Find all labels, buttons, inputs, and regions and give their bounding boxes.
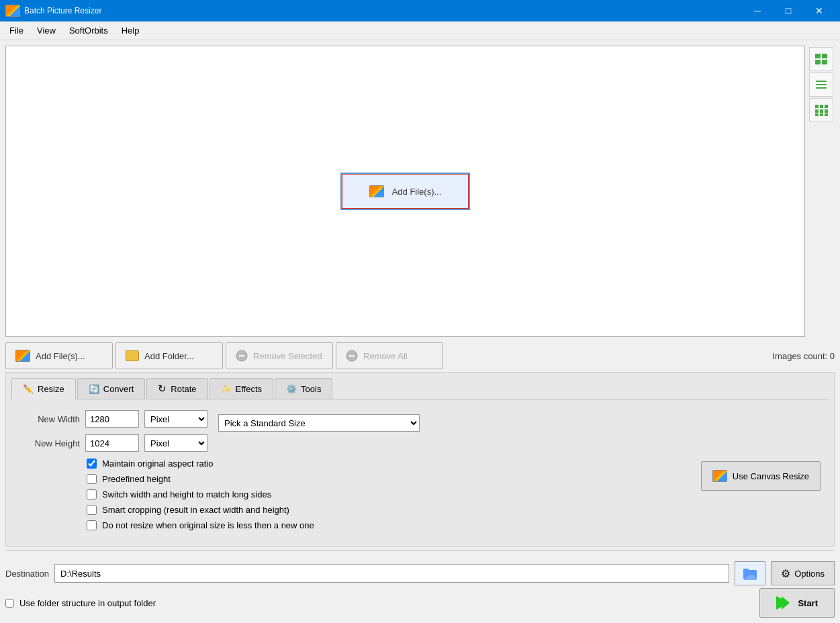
canvas-resize-container: Use Canvas Resize	[701, 459, 821, 491]
add-folder-icon	[126, 350, 139, 361]
destination-bar: Destination ⚙ Options	[5, 556, 835, 588]
no-resize-checkbox[interactable]	[87, 520, 97, 530]
start-button[interactable]: Start	[759, 588, 835, 618]
browse-folder-icon	[742, 565, 758, 581]
add-folder-button[interactable]: Add Folder...	[115, 342, 223, 369]
smart-crop-label: Smart cropping (result in exact width an…	[102, 505, 289, 515]
resize-form: New Width Pixel Percent Centimeter Inch …	[19, 410, 207, 459]
height-row: New Height Pixel Percent Centimeter Inch	[19, 434, 207, 452]
svg-rect-21	[743, 569, 749, 571]
predefined-height-label: Predefined height	[102, 474, 171, 484]
destination-label: Destination	[5, 569, 49, 579]
menu-view[interactable]: View	[30, 23, 62, 38]
remove-all-button[interactable]: Remove All	[336, 342, 443, 369]
view-grid-button[interactable]	[809, 98, 833, 122]
destination-input[interactable]	[54, 564, 729, 583]
app-title: Batch Picture Resizer	[24, 6, 101, 15]
svg-rect-10	[815, 109, 819, 113]
title-bar-left: Batch Picture Resizer	[5, 5, 101, 17]
close-button[interactable]: ✕	[804, 0, 835, 21]
remove-selected-label: Remove Selected	[253, 351, 322, 361]
svg-rect-13	[815, 113, 819, 116]
menu-file[interactable]: File	[3, 23, 30, 38]
maximize-button[interactable]: □	[773, 0, 804, 21]
svg-rect-14	[820, 113, 823, 116]
new-height-label: New Height	[19, 438, 80, 448]
menu-help[interactable]: Help	[115, 23, 146, 38]
switch-dimensions-checkbox[interactable]	[87, 489, 97, 499]
svg-rect-6	[816, 87, 827, 89]
canvas-resize-label: Use Canvas Resize	[733, 471, 809, 481]
options-button[interactable]: ⚙ Options	[771, 561, 835, 585]
svg-rect-0	[815, 54, 821, 58]
images-count-label: Images count:	[772, 351, 827, 361]
view-list-button[interactable]	[809, 73, 833, 97]
canvas-resize-button[interactable]: Use Canvas Resize	[701, 461, 821, 491]
height-unit-select[interactable]: Pixel Percent Centimeter Inch	[144, 434, 207, 452]
svg-marker-24	[782, 596, 790, 610]
add-files-button[interactable]: Add File(s)...	[5, 342, 113, 369]
folder-structure-label: Use folder structure in output folder	[19, 598, 156, 608]
remove-selected-icon	[236, 350, 248, 362]
switch-dimensions-label: Switch width and height to match long si…	[102, 489, 271, 499]
width-row: New Width Pixel Percent Centimeter Inch	[19, 410, 207, 428]
remove-all-icon	[346, 350, 358, 362]
title-bar-controls: ─ □ ✕	[742, 0, 835, 21]
effects-tab-icon: ✨	[221, 384, 232, 394]
convert-tab-icon: 🔄	[89, 384, 99, 394]
list-view-icon	[814, 79, 828, 91]
aspect-ratio-row: Maintain original aspect ratio	[87, 459, 688, 469]
tab-convert[interactable]: 🔄 Convert	[77, 378, 146, 399]
tools-tab-icon: ⚙️	[286, 384, 297, 394]
minimize-button[interactable]: ─	[742, 0, 773, 21]
images-count: Images count: 0	[772, 351, 835, 361]
grid-view-icon	[814, 104, 828, 116]
tab-effects[interactable]: ✨ Effects	[209, 378, 274, 399]
tab-rotate[interactable]: ↻ Rotate	[146, 378, 207, 399]
tab-resize[interactable]: ✏️ Resize	[11, 378, 76, 399]
menu-bar: File View SoftOrbits Help	[0, 21, 840, 40]
images-count-value: 0	[830, 351, 835, 361]
checkboxes-col: Maintain original aspect ratio Predefine…	[19, 459, 688, 536]
menu-softorbits[interactable]: SoftOrbits	[62, 23, 115, 38]
predefined-height-checkbox[interactable]	[87, 474, 97, 484]
tabs: ✏️ Resize 🔄 Convert ↻ Rotate ✨ Effects ⚙…	[11, 378, 829, 399]
checkboxes-area: Maintain original aspect ratio Predefine…	[19, 459, 821, 536]
width-unit-select[interactable]: Pixel Percent Centimeter Inch	[144, 410, 207, 428]
remove-all-label: Remove All	[363, 351, 408, 361]
smart-crop-row: Smart cropping (result in exact width an…	[87, 505, 688, 515]
no-resize-row: Do not resize when original size is less…	[87, 520, 688, 530]
bottom-section: Destination ⚙ Options Use folder structu…	[5, 550, 835, 618]
remove-selected-button[interactable]: Remove Selected	[226, 342, 333, 369]
toolbar: Add File(s)... Add Folder... Remove Sele…	[5, 342, 835, 369]
standard-size-select[interactable]: Pick a Standard Size 800x600 1024x768 12…	[218, 414, 420, 432]
image-list-container: Add File(s)...	[5, 46, 835, 337]
destination-browse-button[interactable]	[735, 561, 765, 585]
svg-rect-11	[820, 109, 823, 113]
add-files-label: Add File(s)...	[36, 351, 85, 361]
svg-rect-4	[816, 81, 827, 82]
start-label: Start	[798, 598, 818, 608]
aspect-ratio-checkbox[interactable]	[87, 459, 97, 469]
resize-tab-icon: ✏️	[23, 384, 34, 394]
effects-tab-label: Effects	[236, 384, 263, 394]
svg-rect-8	[820, 105, 823, 108]
tools-tab-label: Tools	[301, 384, 321, 394]
resize-panel: New Width Pixel Percent Centimeter Inch …	[11, 405, 829, 541]
view-buttons	[808, 46, 835, 337]
options-label: Options	[794, 569, 825, 579]
svg-rect-2	[815, 60, 821, 64]
new-width-input[interactable]	[85, 410, 139, 428]
main-content: Add File(s)...	[0, 40, 840, 623]
svg-rect-5	[816, 84, 827, 85]
add-files-big-label: Add File(s)...	[392, 187, 442, 197]
resize-tab-label: Resize	[38, 384, 64, 394]
folder-structure-checkbox[interactable]	[5, 599, 14, 608]
tab-tools[interactable]: ⚙️ Tools	[275, 378, 332, 399]
add-files-big-button[interactable]: Add File(s)...	[340, 173, 471, 210]
standard-size-container: Pick a Standard Size 800x600 1024x768 12…	[218, 410, 420, 432]
new-height-input[interactable]	[85, 434, 139, 452]
aspect-ratio-label: Maintain original aspect ratio	[102, 459, 213, 469]
smart-crop-checkbox[interactable]	[87, 505, 97, 515]
view-thumbnail-button[interactable]	[809, 47, 833, 71]
